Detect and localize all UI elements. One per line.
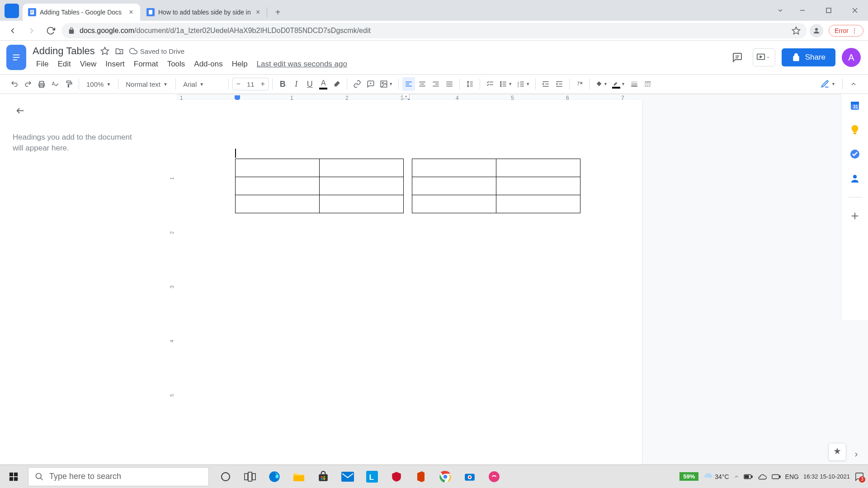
outline-collapse-button[interactable] (13, 103, 28, 118)
increase-indent-button[interactable] (553, 77, 566, 91)
store-icon[interactable] (312, 467, 335, 487)
tray-expand-icon[interactable] (734, 474, 739, 479)
font-size-decrease[interactable]: − (233, 78, 244, 90)
tab-close-button[interactable]: × (127, 9, 135, 16)
document-page[interactable]: ▾ (176, 100, 642, 465)
app-icon-l[interactable]: L (361, 467, 383, 487)
style-select[interactable]: Normal text▼ (122, 80, 172, 88)
docs-logo-icon[interactable] (6, 45, 26, 70)
align-justify-button[interactable] (443, 77, 456, 91)
explore-button[interactable] (828, 443, 846, 461)
document-table[interactable] (412, 159, 580, 213)
document-title[interactable]: Adding Tables (33, 45, 95, 57)
battery-icon[interactable] (744, 474, 753, 480)
editing-mode-button[interactable]: ▼ (818, 77, 838, 91)
app-icon-pink[interactable] (483, 467, 505, 487)
insert-image-button[interactable]: ▼ (378, 77, 395, 91)
battery-indicator[interactable]: 59% (679, 472, 698, 481)
mcafee-icon[interactable] (385, 467, 408, 487)
menu-edit[interactable]: Edit (54, 59, 74, 70)
undo-button[interactable] (8, 77, 21, 91)
table-handle-icon[interactable]: ▾ (402, 94, 410, 99)
underline-button[interactable]: U (303, 77, 316, 91)
weather-widget[interactable]: 34°C (703, 472, 729, 482)
comments-history-button[interactable] (728, 48, 746, 66)
cell-fill-button[interactable]: ▼ (594, 77, 609, 91)
font-size-increase[interactable]: + (257, 78, 268, 90)
window-minimize-button[interactable] (789, 1, 816, 19)
bookmark-star-icon[interactable] (792, 26, 801, 35)
border-style-button[interactable] (642, 77, 654, 91)
tasks-addon-icon[interactable] (849, 148, 861, 160)
menu-tools[interactable]: Tools (164, 59, 189, 70)
menu-format[interactable]: Format (130, 59, 162, 70)
clear-formatting-button[interactable]: T (573, 77, 586, 91)
profile-button[interactable] (810, 24, 823, 38)
paint-format-button[interactable] (62, 77, 75, 91)
file-explorer-icon[interactable] (288, 467, 310, 487)
font-size-value[interactable]: 11 (244, 80, 257, 88)
cortana-icon[interactable] (214, 467, 237, 487)
chrome-icon[interactable] (434, 467, 457, 487)
task-view-icon[interactable] (239, 467, 261, 487)
border-width-button[interactable] (628, 77, 641, 91)
menu-file[interactable]: File (33, 59, 52, 70)
browser-tab-active[interactable]: Adding Tables - Google Docs × (23, 4, 140, 21)
add-comment-button[interactable] (364, 77, 377, 91)
bulleted-list-button[interactable]: ▼ (497, 77, 514, 91)
sync-error-chip[interactable]: Error ⋮ (829, 25, 863, 37)
italic-button[interactable]: I (290, 77, 302, 91)
mail-icon[interactable] (336, 467, 359, 487)
checklist-button[interactable] (484, 77, 496, 91)
horizontal-ruler[interactable]: 1 1 2 3 4 5 6 7 (176, 94, 868, 94)
onedrive-icon[interactable] (757, 473, 767, 480)
bold-button[interactable]: B (276, 77, 289, 91)
menu-help[interactable]: Help (228, 59, 251, 70)
contacts-addon-icon[interactable] (849, 173, 861, 184)
hide-side-panel-button[interactable] (853, 451, 860, 458)
spellcheck-button[interactable]: A (49, 77, 61, 91)
redo-button[interactable] (22, 77, 34, 91)
nav-back-button[interactable] (5, 23, 21, 39)
window-close-button[interactable] (842, 1, 868, 19)
browser-tab-inactive[interactable]: How to add tables side by side in × (141, 4, 267, 21)
line-spacing-button[interactable] (463, 77, 476, 91)
star-icon[interactable] (100, 47, 109, 56)
align-left-button[interactable] (402, 77, 415, 91)
text-color-button[interactable]: A (317, 77, 330, 91)
clock[interactable]: 16:32 15-10-2021 (803, 473, 850, 480)
align-center-button[interactable] (416, 77, 429, 91)
tab-close-button[interactable]: × (255, 9, 262, 16)
get-addons-button[interactable] (849, 210, 861, 222)
edge-icon[interactable] (263, 467, 286, 487)
document-table[interactable] (235, 159, 404, 213)
calendar-addon-icon[interactable]: 31 (849, 99, 861, 111)
nav-reload-button[interactable] (42, 23, 59, 39)
nav-forward-button[interactable] (24, 23, 40, 39)
present-button[interactable] (753, 48, 775, 66)
url-input[interactable]: docs.google.com/document/d/1a_Izter02Ued… (61, 23, 807, 38)
new-tab-button[interactable]: + (271, 5, 285, 19)
menu-addons[interactable]: Add-ons (190, 59, 226, 70)
print-button[interactable] (35, 77, 48, 91)
move-icon[interactable] (115, 47, 124, 56)
account-avatar[interactable]: A (842, 48, 861, 67)
camera-icon[interactable] (458, 467, 481, 487)
taskbar-search[interactable]: Type here to search (28, 467, 209, 486)
highlight-button[interactable] (330, 77, 343, 91)
last-edit-link[interactable]: Last edit was seconds ago (253, 59, 351, 70)
start-button[interactable] (2, 467, 25, 487)
align-right-button[interactable] (429, 77, 442, 91)
border-color-button[interactable]: ▼ (610, 77, 627, 91)
window-maximize-button[interactable] (816, 1, 842, 19)
vertical-ruler[interactable]: 1 2 3 4 5 (168, 94, 176, 465)
notifications-button[interactable] (854, 472, 864, 482)
toolbar-collapse-button[interactable] (847, 77, 860, 91)
numbered-list-button[interactable]: 123▼ (515, 77, 532, 91)
keep-addon-icon[interactable] (849, 124, 861, 136)
decrease-indent-button[interactable] (539, 77, 552, 91)
menu-insert[interactable]: Insert (102, 59, 128, 70)
power-icon[interactable] (772, 474, 781, 480)
office-icon[interactable] (410, 467, 432, 487)
share-button[interactable]: Share (782, 48, 835, 66)
